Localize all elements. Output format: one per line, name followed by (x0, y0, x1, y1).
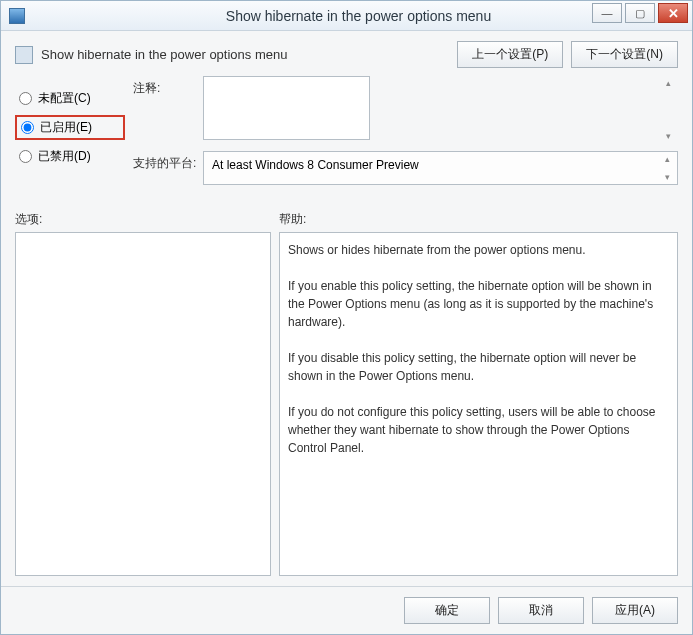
radio-not-configured-input[interactable] (19, 92, 32, 105)
prev-setting-button[interactable]: 上一个设置(P) (457, 41, 563, 68)
maximize-button[interactable]: ▢ (625, 3, 655, 23)
footer: 确定 取消 应用(A) (1, 586, 692, 634)
nav-buttons: 上一个设置(P) 下一个设置(N) (449, 41, 678, 68)
maximize-icon: ▢ (635, 7, 645, 20)
help-label: 帮助: (279, 211, 306, 228)
scroll-down-icon[interactable]: ▾ (665, 172, 675, 182)
config-area: 未配置(C) 已启用(E) 已禁用(D) 注释: ▴ ▾ (15, 76, 678, 193)
platform-value-box: At least Windows 8 Consumer Preview ▴ ▾ (203, 151, 678, 185)
radio-disabled-label: 已禁用(D) (38, 148, 91, 165)
fields-area: 注释: ▴ ▾ 支持的平台: At least Windows 8 Consum… (125, 76, 678, 193)
comment-label: 注释: (133, 76, 203, 143)
radio-enabled[interactable]: 已启用(E) (15, 115, 125, 140)
platform-row: 支持的平台: At least Windows 8 Consumer Previ… (133, 151, 678, 185)
scroll-up-icon[interactable]: ▴ (665, 154, 675, 164)
radio-enabled-input[interactable] (21, 121, 34, 134)
radio-not-configured-label: 未配置(C) (38, 90, 91, 107)
scroll-up-icon[interactable]: ▴ (666, 78, 676, 88)
radio-not-configured[interactable]: 未配置(C) (15, 88, 125, 109)
close-icon: ✕ (668, 6, 679, 21)
help-pane[interactable]: Shows or hides hibernate from the power … (279, 232, 678, 576)
panes: Shows or hides hibernate from the power … (15, 232, 678, 576)
section-labels: 选项: 帮助: (15, 211, 678, 228)
comment-wrap: ▴ ▾ (203, 76, 678, 143)
options-pane[interactable] (15, 232, 271, 576)
state-radios: 未配置(C) 已启用(E) 已禁用(D) (15, 76, 125, 193)
minimize-button[interactable]: — (592, 3, 622, 23)
cancel-button[interactable]: 取消 (498, 597, 584, 624)
radio-disabled[interactable]: 已禁用(D) (15, 146, 125, 167)
close-button[interactable]: ✕ (658, 3, 688, 23)
policy-editor-window: Show hibernate in the power options menu… (0, 0, 693, 635)
policy-icon (15, 46, 33, 64)
policy-title: Show hibernate in the power options menu (41, 47, 287, 62)
platform-value: At least Windows 8 Consumer Preview (212, 158, 419, 172)
radio-disabled-input[interactable] (19, 150, 32, 163)
title-bar: Show hibernate in the power options menu… (1, 1, 692, 31)
window-buttons: — ▢ ✕ (589, 3, 688, 23)
platform-label: 支持的平台: (133, 151, 203, 185)
radio-enabled-label: 已启用(E) (40, 119, 92, 136)
content-area: Show hibernate in the power options menu… (1, 31, 692, 586)
ok-button[interactable]: 确定 (404, 597, 490, 624)
apply-button[interactable]: 应用(A) (592, 597, 678, 624)
header-row: Show hibernate in the power options menu… (15, 41, 678, 68)
comment-row: 注释: ▴ ▾ (133, 76, 678, 143)
scroll-down-icon[interactable]: ▾ (666, 131, 676, 141)
options-label: 选项: (15, 211, 279, 228)
comment-input[interactable] (203, 76, 370, 140)
minimize-icon: — (602, 7, 613, 19)
app-icon (9, 8, 25, 24)
next-setting-button[interactable]: 下一个设置(N) (571, 41, 678, 68)
